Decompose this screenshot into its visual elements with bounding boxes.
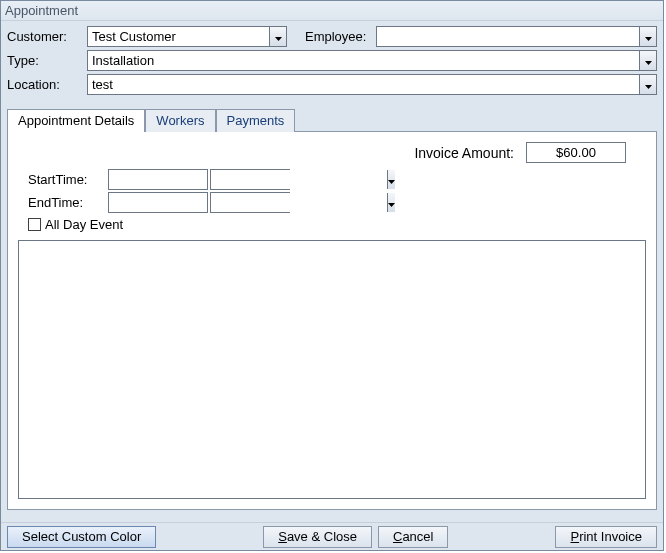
- save-close-rest: ave & Close: [287, 529, 357, 544]
- invoice-amount-label: Invoice Amount:: [414, 145, 514, 161]
- customer-dropdown[interactable]: [87, 26, 287, 47]
- location-label: Location:: [7, 77, 87, 92]
- save-close-button[interactable]: Save & Close: [263, 526, 372, 548]
- employee-label: Employee:: [287, 29, 376, 44]
- start-time-dropdown[interactable]: [210, 169, 290, 190]
- end-time-dropdown-button[interactable]: [387, 193, 395, 212]
- tab-strip: Appointment Details Workers Payments: [7, 107, 657, 131]
- mnemonic-c: C: [393, 529, 402, 544]
- end-time-dropdown[interactable]: [210, 192, 290, 213]
- start-time-label: StartTime:: [28, 172, 108, 187]
- type-label: Type:: [7, 53, 87, 68]
- customer-label: Customer:: [7, 29, 87, 44]
- location-dropdown-button[interactable]: [639, 75, 656, 94]
- start-date-input[interactable]: [108, 169, 208, 190]
- end-time-label: EndTime:: [28, 195, 108, 210]
- employee-dropdown[interactable]: [376, 26, 657, 47]
- footer-bar: Select Custom Color Save & Close Cancel …: [1, 522, 663, 550]
- start-time-input[interactable]: [211, 170, 387, 189]
- chevron-down-icon: [388, 172, 395, 187]
- print-rest: rint Invoice: [579, 529, 642, 544]
- all-day-label: All Day Event: [45, 217, 123, 232]
- employee-input[interactable]: [377, 27, 639, 46]
- window-title: Appointment: [1, 1, 663, 21]
- type-dropdown-button[interactable]: [639, 51, 656, 70]
- end-date-input[interactable]: [108, 192, 208, 213]
- tab-appointment-details[interactable]: Appointment Details: [7, 109, 145, 132]
- chevron-down-icon: [388, 195, 395, 210]
- start-time-dropdown-button[interactable]: [387, 170, 395, 189]
- employee-dropdown-button[interactable]: [639, 27, 656, 46]
- tab-container: Appointment Details Workers Payments Inv…: [7, 107, 657, 510]
- type-input[interactable]: [88, 51, 639, 70]
- header-fields: Customer: Employee: Type: Location:: [1, 21, 663, 105]
- invoice-amount-field[interactable]: $60.00: [526, 142, 626, 163]
- chevron-down-icon: [275, 29, 282, 44]
- appointment-window: Appointment Customer: Employee: Type: Lo…: [0, 0, 664, 551]
- customer-input[interactable]: [88, 27, 269, 46]
- tab-workers[interactable]: Workers: [145, 109, 215, 132]
- mnemonic-s: S: [278, 529, 287, 544]
- customer-dropdown-button[interactable]: [269, 27, 286, 46]
- chevron-down-icon: [645, 29, 652, 44]
- tab-payments[interactable]: Payments: [216, 109, 296, 132]
- type-dropdown[interactable]: [87, 50, 657, 71]
- all-day-checkbox[interactable]: [28, 218, 41, 231]
- location-dropdown[interactable]: [87, 74, 657, 95]
- end-time-input[interactable]: [211, 193, 387, 212]
- location-input[interactable]: [88, 75, 639, 94]
- select-custom-color-button[interactable]: Select Custom Color: [7, 526, 156, 548]
- mnemonic-p: P: [570, 529, 579, 544]
- cancel-rest: ancel: [402, 529, 433, 544]
- chevron-down-icon: [645, 77, 652, 92]
- tab-body-appointment-details: Invoice Amount: $60.00 StartTime: Recurr…: [7, 131, 657, 510]
- notes-textarea[interactable]: [18, 240, 646, 499]
- cancel-button[interactable]: Cancel: [378, 526, 448, 548]
- print-invoice-button[interactable]: Print Invoice: [555, 526, 657, 548]
- chevron-down-icon: [645, 53, 652, 68]
